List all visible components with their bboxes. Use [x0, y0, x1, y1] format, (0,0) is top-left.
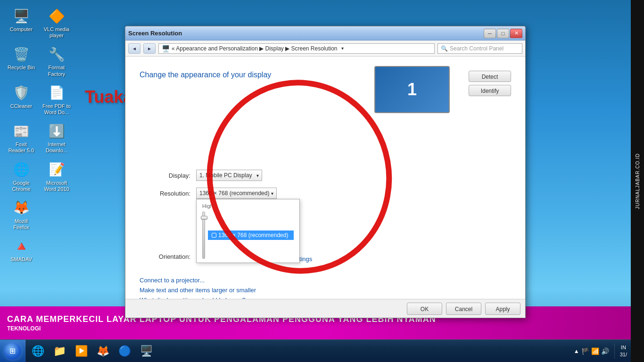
idm-icon: ⬇️	[47, 122, 66, 140]
taskbar-control-panel[interactable]: 🖥️	[136, 342, 157, 361]
smadav-label: SMADAV	[10, 256, 32, 263]
orientation-row: Orientation: Landscape Advanced settings	[140, 251, 511, 263]
firefox-label: Mozill Firefox	[7, 218, 36, 230]
format-label: Format Factory	[42, 65, 71, 77]
desktop-icon-ccleaner[interactable]: 🛡️ CCleaner	[5, 82, 38, 117]
tray-up-arrow[interactable]: ▲	[574, 348, 579, 354]
desktop-icon-computer[interactable]: 🖥️ Computer	[5, 5, 38, 41]
desktop-icon-vlc[interactable]: 🔶 VLC media player	[40, 5, 73, 41]
pdf-icon: 📄	[47, 83, 66, 102]
taskbar-ie[interactable]: 🌐	[27, 342, 48, 361]
resolution-row: Resolution: 644 × 362 (recommended) Hig…	[140, 188, 511, 199]
ccleaner-label: CCleaner	[10, 103, 32, 109]
resolution-dropdown-container: 644 × 362 (recommended) High	[196, 188, 277, 199]
start-orb	[4, 343, 21, 360]
desktop-icon-word[interactable]: 📝 Microsoft Word 2010	[40, 158, 73, 194]
breadcrumb: « Appearance and Personalization ▶ Displ…	[172, 45, 338, 52]
icon-row-1: 🖥️ Computer 🔶 VLC media player	[5, 5, 73, 41]
minimize-button[interactable]: ─	[484, 29, 496, 38]
clock-area[interactable]: IN 31/	[620, 344, 627, 358]
desktop-icon-firefox[interactable]: 🦊 Mozill Firefox	[5, 197, 38, 232]
clock-time: IN	[621, 344, 626, 351]
icon-row-6: 🦊 Mozill Firefox	[5, 197, 73, 232]
smadav-icon: 🔺	[12, 237, 31, 255]
tray-flag-icon: 🏴	[581, 347, 589, 355]
forward-button[interactable]: ▸	[143, 43, 156, 54]
taskbar-media-player[interactable]: ▶️	[71, 342, 91, 361]
recycle-label: Recycle Bin	[8, 65, 35, 71]
word-icon: 📝	[47, 160, 66, 179]
ok-button[interactable]: OK	[407, 303, 442, 315]
desktop-icon-format[interactable]: 🔧 Format Factory	[40, 43, 73, 79]
resolution-option-selected[interactable]: 644 × 362 (recommended)	[208, 230, 294, 240]
recycle-bin-icon: 🗑️	[12, 45, 31, 64]
start-button[interactable]	[0, 340, 25, 362]
resolution-options: 644 × 362 (recommended)	[208, 230, 294, 240]
search-control-panel[interactable]: 🔍 Search Control Panel	[438, 43, 522, 54]
firefox-icon: 🦊	[12, 198, 31, 217]
pdf-label: Free PDF to Word Do...	[42, 103, 71, 115]
display-preview: 1	[374, 66, 450, 113]
icon-row-5: 🌐 Google Chrome 📝 Microsoft Word 2010	[5, 158, 73, 194]
resolution-slider-thumb[interactable]	[201, 216, 207, 220]
desktop-icon-foxit[interactable]: 📰 Foxit Reader 5.0	[5, 120, 38, 156]
back-button[interactable]: ◂	[128, 43, 140, 54]
search-icon: 🔍	[441, 45, 448, 52]
path-icon: 🖥️	[162, 45, 170, 52]
resolution-label: Resolution:	[140, 190, 196, 197]
format-factory-icon: 🔧	[47, 45, 66, 64]
watermark: JURNALJABAR.CO.ID	[631, 0, 644, 362]
display-dropdown[interactable]: 1. Mobile PC Display	[196, 170, 262, 181]
tray-volume-icon[interactable]: 🔊	[601, 347, 609, 355]
resolution-dropdown-open: High 644 × 362 (recommended)	[196, 199, 300, 263]
vlc-label: VLC media player	[42, 26, 71, 39]
resolution-slider-track[interactable]	[202, 212, 205, 259]
resolution-dropdown[interactable]: 644 × 362 (recommended)	[196, 188, 277, 199]
identify-button[interactable]: Identify	[469, 85, 511, 96]
search-placeholder: Search Control Panel	[450, 45, 504, 52]
clock-date: 31/	[620, 351, 627, 358]
detect-button[interactable]: Detect	[469, 71, 511, 82]
icon-row-3: 🛡️ CCleaner 📄 Free PDF to Word Do...	[5, 82, 73, 117]
vlc-icon: 🔶	[47, 7, 66, 25]
res-radio-selected	[212, 233, 216, 238]
orientation-label: Orientation:	[140, 253, 196, 260]
window-content: Detect Identify 1 Change the appearance …	[125, 57, 525, 318]
connect-projector-link[interactable]: Connect to a projector...	[140, 277, 511, 284]
idm-label: Internet Downlo...	[42, 141, 71, 154]
taskbar-chrome[interactable]: 🔵	[114, 342, 135, 361]
desktop-icon-recycle[interactable]: 🗑️ Recycle Bin	[5, 43, 38, 79]
window-controls: ─ □ ✕	[484, 29, 522, 38]
cancel-button[interactable]: Cancel	[446, 303, 481, 315]
computer-label: Computer	[10, 26, 33, 33]
taskbar-items: 🌐 📁 ▶️ 🦊 🔵 🖥️	[25, 340, 570, 362]
taskbar-explorer[interactable]: 📁	[49, 342, 70, 361]
address-path-display[interactable]: 🖥️ « Appearance and Personalization ▶ Di…	[158, 43, 435, 54]
desktop-icon-chrome[interactable]: 🌐 Google Chrome	[5, 158, 38, 194]
res-option-label: 644 × 362 (recommended)	[218, 232, 288, 239]
tray-signal-icon: 📶	[591, 347, 599, 355]
desktop: JURNALJABAR.CO.ID 🖥️ Computer 🔶 VLC medi…	[0, 0, 644, 362]
banner-subtitle: TEKNOLOGI	[7, 325, 624, 332]
icon-row-2: 🗑️ Recycle Bin 🔧 Format Factory	[5, 43, 73, 79]
make-text-larger-link[interactable]: Make text and other items larger or smal…	[140, 287, 511, 294]
res-slider-area: 644 × 362 (recommended)	[197, 210, 299, 261]
computer-icon: 🖥️	[12, 7, 31, 25]
icon-row-4: 📰 Foxit Reader 5.0 ⬇️ Internet Downlo...	[5, 120, 73, 156]
maximize-button[interactable]: □	[497, 29, 509, 38]
taskbar-firefox[interactable]: 🦊	[92, 342, 113, 361]
path-dropdown-icon[interactable]: ▾	[341, 46, 344, 51]
resolution-value: 644 × 362 (recommended)	[199, 190, 269, 197]
word-label: Microsoft Word 2010	[42, 180, 71, 192]
window-titlebar: Screen Resolution ─ □ ✕	[125, 26, 525, 41]
taskbar-right: ▲ 🏴 📶 🔊 IN 31/	[570, 340, 631, 362]
content-heading: Change the appearance of your display	[140, 71, 511, 79]
google-chrome-icon: 🌐	[12, 160, 31, 179]
apply-button[interactable]: Apply	[485, 303, 520, 315]
desktop-icon-smadav[interactable]: 🔺 SMADAV	[5, 235, 38, 264]
desktop-icon-pdf[interactable]: 📄 Free PDF to Word Do...	[40, 82, 73, 117]
desktop-icon-idm[interactable]: ⬇️ Internet Downlo...	[40, 120, 73, 156]
ccleaner-icon: 🛡️	[12, 83, 31, 102]
screen-resolution-window: Screen Resolution ─ □ ✕ ◂ ▸ 🖥️ « Appeara…	[125, 26, 526, 318]
close-button[interactable]: ✕	[510, 29, 522, 38]
